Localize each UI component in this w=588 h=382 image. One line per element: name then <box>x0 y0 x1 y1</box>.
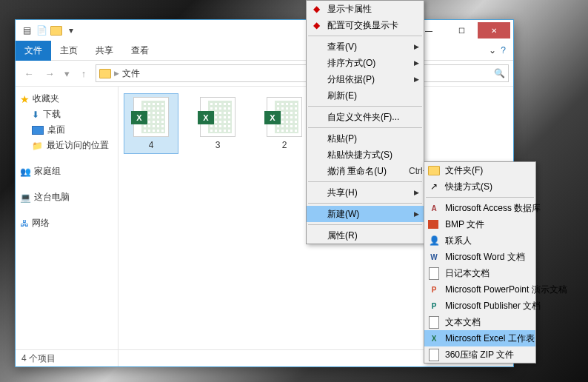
tab-share[interactable]: 共享 <box>87 41 122 61</box>
download-icon: ⬇ <box>32 110 39 120</box>
sidebar-item-recent[interactable]: 📁最近访问的位置 <box>19 138 115 153</box>
menu-properties[interactable]: 属性(R) <box>307 227 424 244</box>
menu-customize[interactable]: 自定义文件夹(F)... <box>307 109 424 125</box>
new-access[interactable]: AMicrosoft Access 数据库 <box>424 200 535 216</box>
ribbon-expand-icon[interactable]: ⌄ <box>489 45 496 56</box>
folder-icon <box>428 164 440 176</box>
network-icon: 🖧 <box>20 218 29 229</box>
up-button[interactable]: ↑ <box>75 64 93 82</box>
ati-icon: ◆ <box>310 19 322 31</box>
titlebar: ▤ 📄 ▾ 文件 — ☐ ✕ <box>16 20 513 41</box>
help-icon[interactable]: ? <box>501 45 506 56</box>
sidebar-item-desktop[interactable]: 桌面 <box>19 122 115 138</box>
new-submenu: 文件夹(F) ↗快捷方式(S) AMicrosoft Access 数据库 BM… <box>424 161 536 363</box>
shortcut-icon: ↗ <box>428 181 440 192</box>
file-name: 4 <box>149 140 154 150</box>
new-zip[interactable]: 360压缩 ZIP 文件 <box>424 346 535 363</box>
star-icon: ★ <box>20 93 30 105</box>
menu-new[interactable]: 新建(W)▶ <box>307 206 424 222</box>
menu-view[interactable]: 查看(V)▶ <box>307 38 424 55</box>
excel-icon: X <box>428 332 440 344</box>
menu-refresh[interactable]: 刷新(E) <box>307 87 424 104</box>
desktop-icon <box>32 126 44 135</box>
navbar: ← → ▾ ↑ ▶ 文件 ▾ ↻ 🔍 <box>16 61 513 87</box>
chevron-right-icon: ▶ <box>414 43 419 50</box>
folder-icon <box>99 69 111 78</box>
journal-icon <box>428 267 440 279</box>
new-publisher[interactable]: PMicrosoft Publisher 文档 <box>424 298 535 314</box>
maximize-button[interactable]: ☐ <box>445 22 478 38</box>
close-button[interactable]: ✕ <box>478 22 510 38</box>
bmp-icon <box>428 220 438 229</box>
zip-icon <box>428 349 440 361</box>
qat-new-icon[interactable]: 📄 <box>35 24 48 37</box>
contact-icon: 👤 <box>428 235 440 247</box>
sidebar-item-downloads[interactable]: ⬇下载 <box>19 107 115 122</box>
new-bmp[interactable]: BMP 文件 <box>424 216 535 232</box>
menu-group[interactable]: 分组依据(P)▶ <box>307 71 424 87</box>
recent-icon: 📁 <box>32 141 43 151</box>
qat-down-icon[interactable]: ▾ <box>64 24 78 37</box>
chevron-right-icon: ▶ <box>414 59 419 67</box>
menu-sort[interactable]: 排序方式(O)▶ <box>307 55 424 71</box>
file-name: 3 <box>216 140 221 150</box>
ribbon-tabs: 文件 主页 共享 查看 ⌄ ? <box>16 41 513 61</box>
tab-view[interactable]: 查看 <box>122 41 158 61</box>
new-contact[interactable]: 👤联系人 <box>424 232 535 249</box>
new-excel[interactable]: XMicrosoft Excel 工作表 <box>424 330 535 346</box>
qat-folder-icon[interactable] <box>50 24 63 37</box>
menu-undo[interactable]: 撤消 重命名(U)Ctrl+Z <box>307 163 424 179</box>
excel-file-icon: X <box>133 97 169 137</box>
ati-icon: ◆ <box>310 3 322 15</box>
file-item[interactable]: X 3 <box>191 94 244 153</box>
new-word[interactable]: WMicrosoft Word 文档 <box>424 249 535 265</box>
address-chevron-icon: ▶ <box>114 70 119 77</box>
tab-file[interactable]: 文件 <box>16 41 51 61</box>
forward-button[interactable]: → <box>41 64 59 82</box>
menu-paste-shortcut[interactable]: 粘贴快捷方式(S) <box>307 147 424 163</box>
excel-file-icon: X <box>200 97 235 137</box>
sidebar-thispc[interactable]: 💻这台电脑 <box>19 190 115 205</box>
new-folder[interactable]: 文件夹(F) <box>424 162 535 178</box>
ppt-icon: P <box>428 284 440 295</box>
file-name: 2 <box>282 140 287 150</box>
sidebar: ★收藏夹 ⬇下载 桌面 📁最近访问的位置 👥家庭组 💻这台电脑 🖧网络 <box>16 87 118 366</box>
new-txt[interactable]: 文本文档 <box>424 314 535 330</box>
menu-paste[interactable]: 粘贴(P) <box>307 130 424 147</box>
sidebar-favorites[interactable]: ★收藏夹 <box>19 91 115 107</box>
publisher-icon: P <box>428 300 440 312</box>
new-ppt[interactable]: PMicrosoft PowerPoint 演示文稿 <box>424 281 535 298</box>
system-menu-icon[interactable]: ▤ <box>20 24 33 37</box>
sidebar-network[interactable]: 🖧网络 <box>19 215 115 231</box>
menu-gpu-props[interactable]: ◆显示卡属性 <box>307 1 424 17</box>
file-item[interactable]: X 4 <box>124 94 178 153</box>
new-journal[interactable]: 日记本文档 <box>424 265 535 281</box>
tab-home[interactable]: 主页 <box>51 41 87 61</box>
status-count: 4 个项目 <box>21 352 56 365</box>
sidebar-homegroup[interactable]: 👥家庭组 <box>19 164 115 179</box>
file-item[interactable]: X 2 <box>258 94 311 153</box>
pc-icon: 💻 <box>20 192 31 203</box>
menu-gpu-config[interactable]: ◆配置可交换显示卡 <box>307 17 424 33</box>
context-menu: ◆显示卡属性 ◆配置可交换显示卡 查看(V)▶ 排序方式(O)▶ 分组依据(P)… <box>306 0 424 244</box>
homegroup-icon: 👥 <box>20 167 31 177</box>
access-icon: A <box>428 202 440 214</box>
chevron-right-icon: ▶ <box>414 210 419 218</box>
menu-share[interactable]: 共享(H)▶ <box>307 184 424 201</box>
word-icon: W <box>428 251 440 263</box>
chevron-right-icon: ▶ <box>414 76 419 83</box>
history-dropdown[interactable]: ▾ <box>61 64 72 82</box>
new-shortcut[interactable]: ↗快捷方式(S) <box>424 178 535 195</box>
excel-file-icon: X <box>267 97 302 137</box>
back-button[interactable]: ← <box>20 64 38 82</box>
txt-icon <box>428 316 440 328</box>
breadcrumb[interactable]: 文件 <box>122 67 140 80</box>
chevron-right-icon: ▶ <box>414 189 419 196</box>
search-icon: 🔍 <box>494 68 505 78</box>
